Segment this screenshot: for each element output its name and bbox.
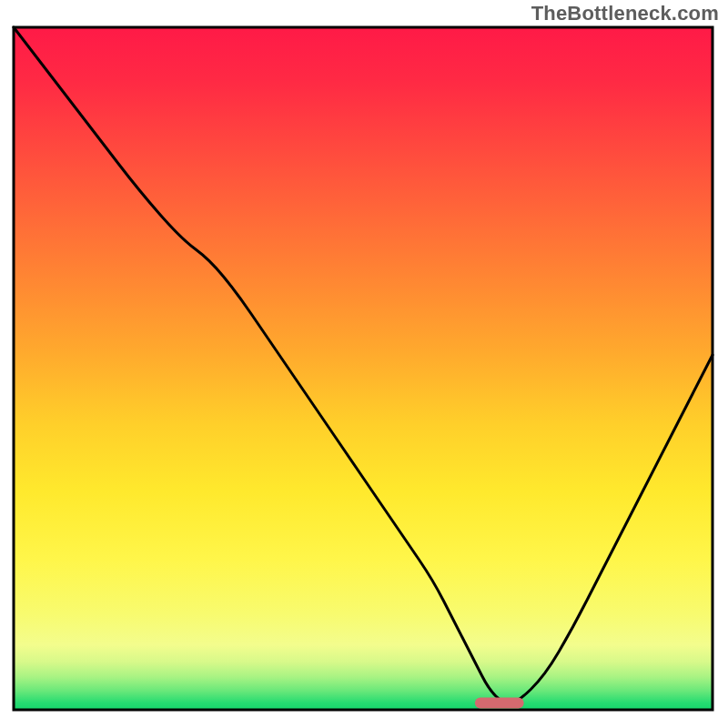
chart-container: TheBottleneck.com (0, 0, 728, 728)
plot-background (14, 27, 713, 710)
bottleneck-chart (0, 0, 728, 728)
optimal-marker (475, 698, 524, 709)
